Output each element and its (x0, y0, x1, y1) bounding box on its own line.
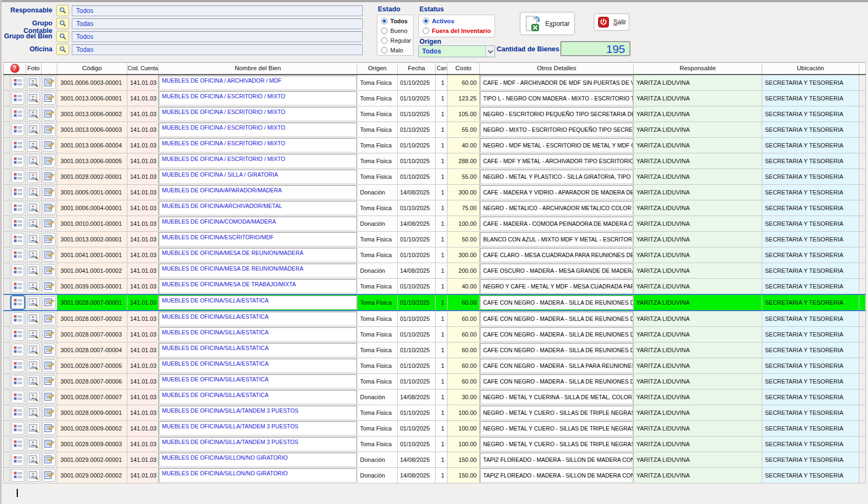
fecha-cell[interactable]: 14/08/2025 (398, 184, 436, 200)
responsable-cell[interactable]: YARITZA LIDUVINA (634, 389, 762, 405)
fecha-cell[interactable]: 01/10/2025 (398, 405, 436, 420)
details-button[interactable] (11, 233, 24, 246)
origen-cell[interactable]: Toma Fisica (357, 420, 398, 436)
exportar-button[interactable]: Exportar (520, 12, 575, 35)
edit-button[interactable] (43, 328, 56, 341)
codigo-cell[interactable]: 3001.0013.0006-00002 (57, 106, 127, 122)
cuenta-cell[interactable]: 141.01.03 (127, 452, 159, 467)
edit-button[interactable] (43, 186, 56, 199)
codigo-cell[interactable]: 3001.0013.0002-00001 (57, 231, 127, 247)
nombre-cell[interactable]: MUEBLES DE OFICINA/SILLA/ESTATICA (159, 373, 357, 389)
costo-cell[interactable]: 60.00 (447, 342, 480, 358)
responsable-cell[interactable]: YARITZA LIDUVINA (634, 106, 762, 122)
costo-cell[interactable]: 40.00 (447, 137, 480, 153)
cant-cell[interactable]: 1 (436, 75, 447, 91)
ubicacion-cell[interactable]: SECRETARIA Y TESORERIA (762, 184, 859, 200)
details-button[interactable] (11, 123, 24, 136)
details-button[interactable] (11, 107, 24, 120)
detalles-cell[interactable]: CAFE - MDF - ARCHIVADOR DE MDF SIN PUERT… (480, 75, 634, 91)
responsable-header[interactable]: Responsable (634, 63, 762, 75)
ubicacion-cell[interactable]: SECRETARIA Y TESORERIA (762, 405, 859, 420)
cuenta-cell[interactable]: 141.01.03 (127, 106, 159, 122)
edit-button[interactable] (43, 469, 56, 482)
codigo-cell[interactable]: 3001.0028.0007-00006 (57, 373, 127, 389)
origen-cell[interactable]: Toma Fisica (357, 373, 398, 389)
codigo-cell[interactable]: 3001.0028.0009-00002 (57, 420, 127, 436)
cuenta-cell[interactable]: 141.01.03 (127, 358, 159, 373)
help-icon[interactable]: ? (10, 64, 19, 73)
costo-cell[interactable]: 60.00 (447, 358, 480, 373)
codigo-cell[interactable]: 3001.0028.0007-00005 (57, 358, 127, 373)
estado-option-malo[interactable]: Malo (377, 45, 413, 55)
cant-cell[interactable]: 1 (436, 452, 447, 467)
cant-cell[interactable]: 1 (436, 231, 447, 247)
details-button[interactable] (11, 469, 24, 482)
photo-button[interactable] (27, 406, 40, 419)
codigo-cell[interactable]: 3001.0028.0007-00004 (57, 342, 127, 358)
fecha-cell[interactable]: 14/08/2025 (398, 263, 436, 278)
costo-cell[interactable]: 60.00 (447, 311, 480, 327)
origen-cell[interactable]: Toma Fisica (357, 153, 398, 169)
responsable-cell[interactable]: YARITZA LIDUVINA (634, 247, 762, 263)
table-row[interactable]: 3001.0028.0007-00006 141.01.03 MUEBLES D… (4, 373, 866, 389)
fecha-cell[interactable]: 14/08/2025 (398, 467, 436, 483)
ubicacion-cell[interactable]: SECRETARIA Y TESORERIA (762, 216, 859, 231)
photo-button[interactable] (27, 123, 40, 136)
table-row[interactable]: 3001.0041.0001-00001 141.01.03 MUEBLES D… (4, 247, 866, 263)
nombre-cell[interactable]: MUEBLES DE OFICINA/SILLA/ESTATICA (159, 342, 357, 358)
origen-cell[interactable]: Toma Fisica (357, 231, 398, 247)
detalles-cell[interactable]: CAFE - MADERA - COMODA PEINADORA DE MADE… (480, 216, 634, 231)
photo-button[interactable] (27, 453, 40, 466)
responsable-cell[interactable]: YARITZA LIDUVINA (634, 278, 762, 294)
detalles-cell[interactable]: TAPIZ FLOREADO - MADERA - SILLON DE MADE… (480, 452, 634, 467)
cuenta-cell[interactable]: 141.01.03 (127, 311, 159, 327)
edit-button[interactable] (43, 123, 56, 136)
table-row[interactable]: 3001.0039.0003-00001 141.01.03 MUEBLES D… (4, 278, 866, 294)
details-button[interactable] (11, 186, 24, 199)
ubicacion-cell[interactable]: SECRETARIA Y TESORERIA (762, 467, 859, 483)
costo-cell[interactable]: 50.00 (447, 231, 480, 247)
costo-cell[interactable]: 55.00 (447, 122, 480, 137)
codigo-cell[interactable]: 3001.0028.0009-00001 (57, 405, 127, 420)
responsable-cell[interactable]: YARITZA LIDUVINA (634, 452, 762, 467)
ubicacion-cell[interactable]: SECRETARIA Y TESORERIA (762, 247, 859, 263)
origen-cell[interactable]: Toma Fisica (357, 326, 398, 342)
nombre-cell[interactable]: MUEBLES DE OFICINA / ESCRITORIO / MIXTO (159, 137, 357, 153)
photo-button[interactable] (27, 264, 40, 277)
foto-header[interactable]: Foto (26, 63, 42, 75)
responsable-cell[interactable]: YARITZA LIDUVINA (634, 137, 762, 153)
costo-cell[interactable]: 300.00 (447, 184, 480, 200)
detalles-cell[interactable]: BLANCO CON AZUL - MIXTO MDF Y METAL - ES… (480, 231, 634, 247)
responsable-cell[interactable]: YARITZA LIDUVINA (634, 231, 762, 247)
details-button[interactable] (11, 92, 24, 105)
table-row[interactable]: 3001.0028.0009-00001 141.01.03 MUEBLES D… (4, 405, 866, 420)
ubicacion-cell[interactable]: SECRETARIA Y TESORERIA (762, 436, 859, 452)
details-button[interactable] (11, 201, 24, 214)
cuenta-cell[interactable]: 141.01.03 (127, 153, 159, 169)
cant-cell[interactable]: 1 (436, 278, 447, 294)
nombre-cell[interactable]: MUEBLES DE OFICINA/SILLON/NO GIRATORIO (159, 467, 357, 483)
edit-button[interactable] (43, 280, 56, 293)
fecha-cell[interactable]: 01/10/2025 (398, 278, 436, 294)
estado-option-regular[interactable]: Regular (377, 36, 413, 45)
nombre-cell[interactable]: MUEBLES DE OFICINA / ESCRITORIO / MIXTO (159, 106, 357, 122)
table-row[interactable]: 3001.0013.0002-00001 141.01.03 MUEBLES D… (4, 231, 866, 247)
cuenta-cell[interactable]: 141.01.03 (127, 169, 159, 184)
responsable-cell[interactable]: YARITZA LIDUVINA (634, 405, 762, 420)
detalles-cell[interactable]: TAPIZ FLOREADO - MADERA - SILLON DE MADE… (480, 467, 634, 483)
ubicacion-cell[interactable]: SECRETARIA Y TESORERIA (762, 90, 859, 106)
detalles-cell[interactable]: NEGRO - ESCRITORIO PEQUEÑO TIPO SECRETAR… (480, 106, 634, 122)
responsable-cell[interactable]: YARITZA LIDUVINA (634, 122, 762, 137)
edit-button[interactable] (43, 359, 56, 372)
edit-button[interactable] (43, 453, 56, 466)
detalles-cell[interactable]: NEGRO - MDF METAL - ESCRITORIO DE METAL … (480, 137, 634, 153)
ubicacion-cell[interactable]: SECRETARIA Y TESORERIA (762, 294, 859, 311)
cant-cell[interactable]: 1 (436, 373, 447, 389)
costo-cell[interactable]: 100.00 (447, 216, 480, 231)
fecha-cell[interactable]: 01/10/2025 (398, 231, 436, 247)
ubicacion-cell[interactable]: SECRETARIA Y TESORERIA (762, 263, 859, 278)
fecha-cell[interactable]: 01/10/2025 (398, 137, 436, 153)
ubicacion-header[interactable]: Ubicación (762, 63, 859, 75)
costo-cell[interactable]: 100.00 (447, 420, 480, 436)
origen-cell[interactable]: Toma Fisica (357, 405, 398, 420)
